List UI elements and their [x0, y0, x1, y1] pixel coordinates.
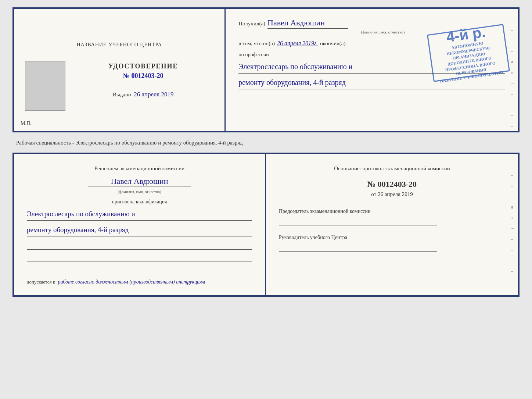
cert-title-block: УДОСТОВЕРЕНИЕ № 0012403-20	[108, 63, 178, 80]
middle-text: Рабочая специальность - Электрослесарь п…	[12, 139, 520, 146]
cert-number: № 0012403-20	[108, 72, 178, 80]
mark7: –	[511, 91, 515, 97]
page-wrapper: НАЗВАНИЕ УЧЕБНОГО ЦЕНТРА УДОСТОВЕРЕНИЕ №…	[12, 7, 520, 297]
sig-line-1	[27, 242, 252, 250]
bmark9: –	[511, 258, 515, 263]
bottom-name-subtitle: (фамилия, имя, отчество)	[27, 189, 252, 194]
signature-lines	[27, 242, 252, 273]
mark5: а	[511, 70, 515, 75]
bmark6: ←	[511, 226, 515, 231]
cert-right: Получил(а) Павел Авдюшин – (фамилия, имя…	[226, 9, 518, 131]
allowed-prefix: допускается к	[27, 279, 55, 285]
bottom-profession-line1: Электрослесарь по обслуживанию и	[27, 208, 252, 221]
allowed-label: допускается к работе согласно должностны…	[27, 279, 252, 285]
director-label: Руководитель учебного Центра	[279, 234, 505, 241]
mark4: и	[511, 59, 515, 65]
bottom-title: Решением экзаменационной комиссии	[27, 164, 252, 173]
basis-date: 26 апреля 2019	[378, 191, 413, 197]
certificate-top: НАЗВАНИЕ УЧЕБНОГО ЦЕНТРА УДОСТОВЕРЕНИЕ №…	[12, 7, 520, 132]
cert-title: УДОСТОВЕРЕНИЕ	[108, 63, 178, 70]
bmark2: –	[511, 183, 515, 189]
issued-date: 26 апреля 2019	[134, 91, 173, 98]
cert-left: НАЗВАНИЕ УЧЕБНОГО ЦЕНТРА УДОСТОВЕРЕНИЕ №…	[14, 9, 226, 131]
bottom-side-marks: – – – и а ← – – – –	[511, 172, 515, 274]
cert-bottom-right: Основание: протокол экзаменационной коми…	[266, 154, 518, 295]
assigned-label: присвоена квалификация	[27, 199, 252, 205]
mark9: –	[511, 113, 515, 118]
allowed-text: работе согласно должностным (производств…	[58, 279, 205, 285]
issued-label: Выдано	[113, 92, 131, 97]
mark10: –	[511, 123, 515, 129]
mark8: –	[511, 102, 515, 107]
bmark10: –	[511, 268, 515, 274]
mark3: –	[511, 49, 515, 54]
bmark5: а	[511, 215, 515, 221]
in-that-date: 26 апреля 2019г.	[277, 40, 318, 47]
in-that-finished: окончил(а)	[320, 40, 345, 47]
mark1: –	[511, 27, 515, 33]
bmark8: –	[511, 247, 515, 253]
stamp-overlay: 4-й р. АВТОНОМНУЮ НЕКОММЕРЧЕСКУЮ ОРГАНИЗ…	[427, 24, 510, 82]
certificate-bottom: Решением экзаменационной комиссии Павел …	[12, 153, 520, 297]
side-marks: – – – и а ← – – – –	[511, 27, 515, 129]
bmark7: –	[511, 236, 515, 242]
mp-label: М.П.	[21, 121, 32, 127]
recipient-name: Павел Авдюшин	[267, 18, 348, 29]
bmark1: –	[511, 172, 515, 178]
basis-date-line: от 26 апреля 2019	[324, 191, 460, 199]
basis-date-prefix: от	[371, 191, 376, 197]
bmark3: –	[511, 194, 515, 199]
basis-title: Основание: протокол экзаменационной коми…	[279, 164, 505, 173]
cert-bottom-left: Решением экзаменационной комиссии Павел …	[14, 154, 266, 295]
bottom-name: Павел Авдюшин	[88, 177, 191, 186]
issued-line: Выдано 26 апреля 2019	[113, 91, 174, 98]
chairman-sig-line	[279, 217, 437, 225]
sig-line-3	[27, 265, 252, 273]
mark2: –	[511, 38, 515, 43]
recipient-prefix: Получил(а)	[238, 21, 265, 27]
director-sig-line	[279, 243, 437, 252]
photo-placeholder	[25, 61, 65, 111]
chairman-label: Председатель экзаменационной комиссии	[279, 207, 505, 215]
basis-number: № 0012403-20	[279, 179, 505, 189]
sig-line-2	[27, 253, 252, 261]
bmark4: и	[511, 204, 515, 210]
in-that-prefix: в том, что он(а)	[238, 40, 275, 47]
bottom-profession-line2: ремонту оборудования, 4-й разряд	[27, 224, 252, 236]
mark6: ←	[511, 81, 515, 86]
school-name-top: НАЗВАНИЕ УЧЕБНОГО ЦЕНТРА	[76, 42, 162, 48]
